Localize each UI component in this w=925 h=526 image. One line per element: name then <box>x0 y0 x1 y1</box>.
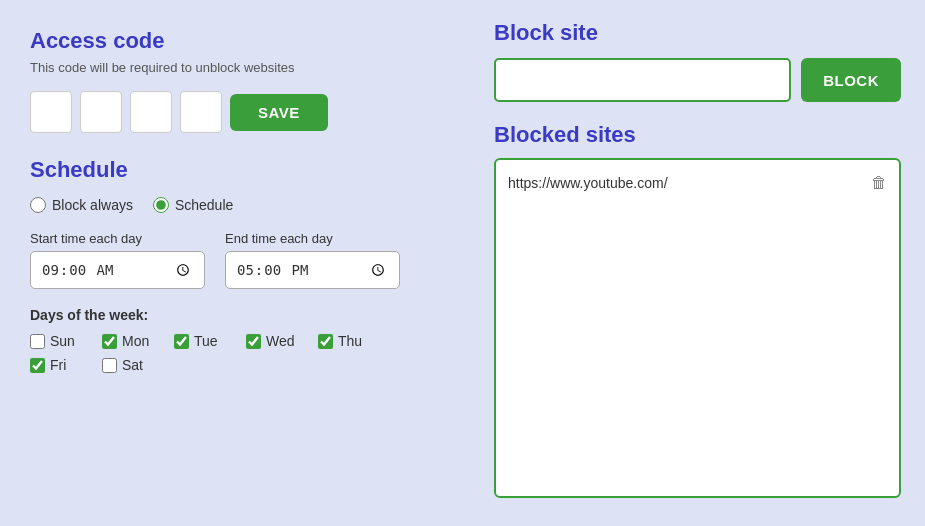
block-button[interactable]: BLOCK <box>801 58 901 102</box>
day-item-thu[interactable]: Thu <box>318 333 390 349</box>
day-label-wed: Wed <box>266 333 295 349</box>
radio-row: Block always Schedule <box>30 197 440 213</box>
code-box-2[interactable] <box>80 91 122 133</box>
save-button[interactable]: SAVE <box>230 94 328 131</box>
access-code-subtitle: This code will be required to unblock we… <box>30 60 440 75</box>
block-input-row: BLOCK <box>494 58 901 102</box>
code-row: SAVE <box>30 91 440 133</box>
trash-icon[interactable]: 🗑 <box>871 174 887 192</box>
block-always-radio[interactable] <box>30 197 46 213</box>
day-checkbox-wed[interactable] <box>246 334 261 349</box>
day-checkbox-tue[interactable] <box>174 334 189 349</box>
blocked-sites-box: https://www.youtube.com/🗑 <box>494 158 901 498</box>
day-label-fri: Fri <box>50 357 66 373</box>
blocked-site-url: https://www.youtube.com/ <box>508 175 668 191</box>
day-checkbox-sat[interactable] <box>102 358 117 373</box>
blocked-sites-title: Blocked sites <box>494 122 901 148</box>
code-box-1[interactable] <box>30 91 72 133</box>
day-item-wed[interactable]: Wed <box>246 333 318 349</box>
day-checkbox-mon[interactable] <box>102 334 117 349</box>
end-time-input[interactable] <box>225 251 400 289</box>
day-item-fri[interactable]: Fri <box>30 357 102 373</box>
day-label-sun: Sun <box>50 333 75 349</box>
code-box-3[interactable] <box>130 91 172 133</box>
blocked-site-item: https://www.youtube.com/🗑 <box>508 170 887 196</box>
start-time-input[interactable] <box>30 251 205 289</box>
end-time-label: End time each day <box>225 231 400 246</box>
schedule-radio[interactable] <box>153 197 169 213</box>
day-checkbox-thu[interactable] <box>318 334 333 349</box>
block-always-label[interactable]: Block always <box>30 197 133 213</box>
start-time-group: Start time each day <box>30 231 205 289</box>
time-row: Start time each day End time each day <box>30 231 440 289</box>
end-time-group: End time each day <box>225 231 400 289</box>
code-box-4[interactable] <box>180 91 222 133</box>
day-checkbox-sun[interactable] <box>30 334 45 349</box>
days-label: Days of the week: <box>30 307 440 323</box>
block-site-input[interactable] <box>494 58 791 102</box>
day-item-sun[interactable]: Sun <box>30 333 102 349</box>
left-panel: Access code This code will be required t… <box>0 0 470 526</box>
day-item-mon[interactable]: Mon <box>102 333 174 349</box>
day-label-tue: Tue <box>194 333 218 349</box>
day-label-thu: Thu <box>338 333 362 349</box>
schedule-title: Schedule <box>30 157 440 183</box>
block-site-title: Block site <box>494 20 901 46</box>
day-item-sat[interactable]: Sat <box>102 357 174 373</box>
access-code-title: Access code <box>30 28 440 54</box>
schedule-text: Schedule <box>175 197 233 213</box>
block-always-text: Block always <box>52 197 133 213</box>
schedule-label[interactable]: Schedule <box>153 197 233 213</box>
start-time-label: Start time each day <box>30 231 205 246</box>
day-checkbox-fri[interactable] <box>30 358 45 373</box>
days-grid: SunMonTueWedThuFriSat <box>30 333 390 373</box>
right-panel: Block site BLOCK Blocked sites https://w… <box>470 0 925 526</box>
day-label-sat: Sat <box>122 357 143 373</box>
day-item-tue[interactable]: Tue <box>174 333 246 349</box>
day-label-mon: Mon <box>122 333 149 349</box>
